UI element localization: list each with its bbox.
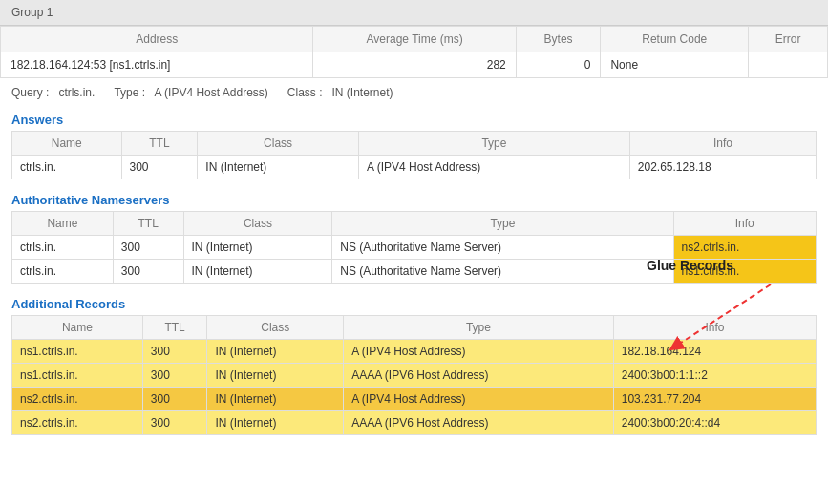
add-name-2: ns1.ctrls.in. [12, 364, 143, 388]
auth-class-1: IN (Internet) [183, 236, 332, 260]
add-ttl-4: 300 [142, 411, 207, 435]
ans-info: 202.65.128.18 [629, 156, 816, 179]
add-class-3: IN (Internet) [207, 388, 344, 411]
type-value: A (IPV4 Host Address) [154, 86, 267, 99]
server-bytes: 0 [516, 52, 601, 78]
auth-col-class: Class [183, 212, 332, 236]
add-name-1: ns1.ctrls.in. [12, 340, 143, 364]
col-avg-time: Average Time (ms) [313, 27, 516, 52]
auth-ns-row-1: ctrls.in. 300 IN (Internet) NS (Authorit… [12, 236, 817, 260]
answers-col-class: Class [198, 132, 359, 156]
group-title: Group 1 [11, 6, 53, 19]
answers-col-name: Name [12, 132, 122, 156]
glue-arrow [647, 275, 818, 361]
ans-name: ctrls.in. [12, 156, 122, 179]
auth-type-2: NS (Authoritative Name Server) [332, 260, 673, 284]
answers-table: Name TTL Class Type Info ctrls.in. 300 I… [11, 131, 817, 179]
auth-col-type: Type [332, 212, 673, 236]
add-ttl-1: 300 [142, 340, 207, 364]
col-return-code: Return Code [601, 27, 749, 52]
auth-type-1: NS (Authoritative Name Server) [332, 236, 673, 260]
add-type-3: A (IPV4 Host Address) [344, 388, 614, 411]
svg-line-0 [675, 284, 771, 346]
answers-title: Answers [0, 107, 828, 131]
add-type-2: AAAA (IPV6 Host Address) [344, 364, 614, 388]
add-class-4: IN (Internet) [207, 411, 344, 435]
ans-ttl: 300 [121, 156, 198, 179]
class-value: IN (Internet) [332, 86, 393, 99]
answers-row: ctrls.in. 300 IN (Internet) A (IPV4 Host… [12, 156, 817, 179]
auth-ttl-1: 300 [113, 236, 183, 260]
add-name-4: ns2.ctrls.in. [12, 411, 143, 435]
auth-info-1: ns2.ctrls.in. [673, 236, 816, 260]
auth-col-info: Info [673, 212, 816, 236]
server-avg-time: 282 [313, 52, 516, 78]
add-col-name: Name [12, 316, 143, 340]
class-label: Class : IN (Internet) [287, 86, 393, 99]
col-address: Address [1, 27, 313, 52]
add-class-1: IN (Internet) [207, 340, 344, 364]
server-address: 182.18.164.124:53 [ns1.ctrls.in] [1, 52, 313, 78]
auth-ttl-2: 300 [113, 260, 183, 284]
auth-name-2: ctrls.in. [12, 260, 114, 284]
answers-col-info: Info [629, 132, 816, 156]
answers-col-ttl: TTL [121, 132, 198, 156]
auth-name-1: ctrls.in. [12, 236, 114, 260]
add-info-4: 2400:3b00:20:4::d4 [613, 411, 816, 435]
answers-col-type: Type [358, 132, 629, 156]
auth-col-ttl: TTL [113, 212, 183, 236]
group-header: Group 1 [0, 0, 828, 26]
add-info-2: 2400:3b00:1:1::2 [613, 364, 816, 388]
add-col-class: Class [207, 316, 344, 340]
col-bytes: Bytes [516, 27, 601, 52]
server-return-code: None [601, 52, 749, 78]
add-info-3: 103.231.77.204 [613, 388, 816, 411]
type-label: Type : A (IPV4 Host Address) [114, 86, 267, 99]
ans-type: A (IPV4 Host Address) [358, 156, 629, 179]
auth-col-name: Name [12, 212, 114, 236]
ans-class: IN (Internet) [198, 156, 359, 179]
add-ttl-3: 300 [142, 388, 207, 411]
add-row-2: ns1.ctrls.in. 300 IN (Internet) AAAA (IP… [12, 364, 817, 388]
query-value: ctrls.in. [58, 86, 95, 99]
add-name-3: ns2.ctrls.in. [12, 388, 143, 411]
add-col-type: Type [344, 316, 614, 340]
add-class-2: IN (Internet) [207, 364, 344, 388]
query-label: Query : ctrls.in. [11, 86, 95, 99]
add-row-3: ns2.ctrls.in. 300 IN (Internet) A (IPV4 … [12, 388, 817, 411]
add-ttl-2: 300 [142, 364, 207, 388]
add-col-ttl: TTL [142, 316, 207, 340]
add-row-4: ns2.ctrls.in. 300 IN (Internet) AAAA (IP… [12, 411, 817, 435]
glue-records-annotation: Glue Records [647, 258, 818, 361]
auth-ns-title: Authoritative Nameservers [0, 187, 828, 211]
server-error [749, 52, 828, 78]
add-type-4: AAAA (IPV6 Host Address) [344, 411, 614, 435]
query-line: Query : ctrls.in. Type : A (IPV4 Host Ad… [0, 78, 828, 107]
glue-records-label: Glue Records [647, 258, 733, 273]
col-error: Error [749, 27, 828, 52]
add-type-1: A (IPV4 Host Address) [344, 340, 614, 364]
auth-class-2: IN (Internet) [183, 260, 332, 284]
